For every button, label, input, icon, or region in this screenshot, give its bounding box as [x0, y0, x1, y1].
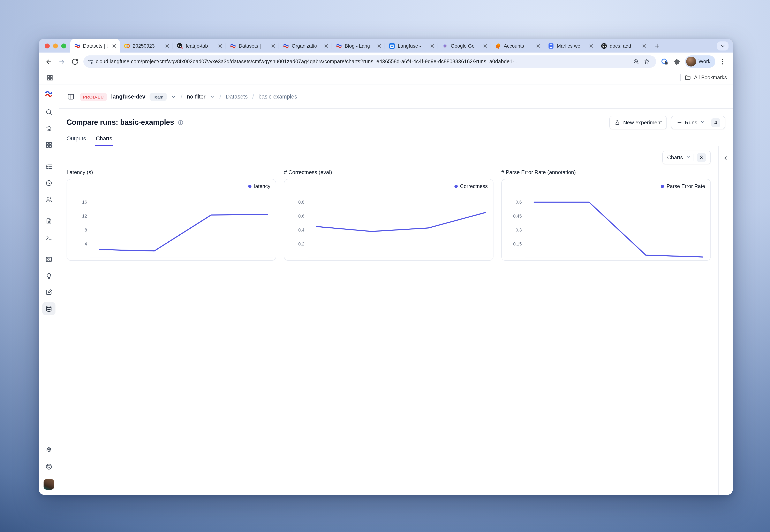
sidebar-item-tracing[interactable]	[42, 160, 55, 173]
runs-dropdown-button[interactable]: Runs 4	[671, 116, 725, 129]
chart-card[interactable]: 0.60.450.30.15Parse Error Rate	[501, 179, 711, 261]
bookmark-star-icon[interactable]	[642, 56, 652, 67]
back-button[interactable]	[42, 55, 55, 68]
url-text[interactable]: cloud.langfuse.com/project/cmfwgv8fx002o…	[96, 59, 631, 64]
project-chevron-down-icon[interactable]	[210, 94, 215, 99]
minimize-window-button[interactable]	[53, 43, 58, 48]
close-tab-icon[interactable]	[323, 43, 329, 49]
legend-dot-icon	[248, 185, 252, 188]
browser-tab[interactable]: Accounts |	[491, 39, 544, 53]
svg-text:0.15: 0.15	[513, 241, 522, 247]
breadcrumb-separator: /	[252, 93, 254, 100]
app-header: PROD-EU langfuse-dev Team / no-filter / …	[59, 85, 733, 109]
close-tab-icon[interactable]	[111, 43, 117, 49]
password-manager-icon[interactable]	[659, 56, 670, 67]
tab-title: Datasets |	[239, 43, 268, 49]
close-tab-icon[interactable]	[376, 43, 382, 49]
settings-icon	[45, 447, 53, 454]
close-tab-icon[interactable]	[270, 43, 276, 49]
apps-grid-icon[interactable]	[45, 73, 55, 83]
langfuse-app: PROD-EU langfuse-dev Team / no-filter / …	[39, 85, 733, 495]
browser-tab[interactable]: Datasets |	[226, 39, 279, 53]
tab-title: Organizatio	[292, 43, 321, 49]
button-divider	[694, 154, 694, 161]
browser-menu-kebab-icon[interactable]	[716, 55, 729, 68]
sidebar-item-settings[interactable]	[42, 444, 55, 457]
svg-text:0.6: 0.6	[516, 199, 522, 205]
reload-button[interactable]	[69, 55, 81, 68]
close-tab-icon[interactable]	[535, 43, 541, 49]
tab-list-chevron-button[interactable]	[717, 41, 729, 50]
chart-legend: Correctness	[454, 183, 488, 189]
sidebar-toggle-icon[interactable]	[66, 92, 76, 102]
close-tab-icon[interactable]	[164, 43, 170, 49]
svg-text:0.45: 0.45	[513, 213, 522, 219]
browser-tab[interactable]: Datasets | L	[70, 39, 120, 53]
maximize-window-button[interactable]	[61, 43, 66, 48]
sidebar-item-users[interactable]	[42, 193, 55, 206]
environment-badge[interactable]: PROD-EU	[80, 93, 107, 101]
close-tab-icon[interactable]	[429, 43, 435, 49]
annotation-icon	[45, 289, 53, 296]
breadcrumb-dataset-name[interactable]: basic-examples	[259, 94, 297, 100]
site-settings-icon[interactable]	[85, 57, 96, 66]
browser-tab[interactable]: docs: add	[597, 39, 650, 53]
charts-dropdown-button[interactable]: Charts 3	[662, 151, 711, 164]
close-tab-icon[interactable]	[589, 43, 594, 49]
org-chevron-down-icon[interactable]	[171, 94, 176, 99]
all-bookmarks-button[interactable]: All Bookmarks	[685, 74, 727, 81]
sidebar-item-search[interactable]	[42, 105, 55, 119]
sidebar-item-playground[interactable]	[42, 231, 55, 244]
langfuse-favicon	[74, 42, 80, 49]
close-tab-icon[interactable]	[482, 43, 488, 49]
chart-card[interactable]: 0.80.60.40.2Correctness	[284, 179, 493, 261]
browser-tab[interactable]: Google Ge	[438, 39, 491, 53]
close-window-button[interactable]	[45, 43, 50, 48]
browser-tab[interactable]: Organizatio	[279, 39, 332, 53]
chart-card[interactable]: 161284latency	[67, 179, 276, 261]
sidebar-item-evaluation[interactable]	[42, 253, 55, 266]
user-avatar[interactable]	[44, 479, 54, 490]
svg-text:8: 8	[85, 227, 87, 233]
chart-column: # Parse Error Rate (annotation)0.60.450.…	[501, 169, 711, 261]
forward-button[interactable]	[55, 55, 68, 68]
sidebar-item-sessions[interactable]	[42, 177, 55, 190]
sidebar-item-datasets[interactable]	[42, 302, 55, 315]
sidebar-item-annotation[interactable]	[42, 286, 55, 299]
browser-tab[interactable]: Blog - Lang	[332, 39, 385, 53]
tab-outputs[interactable]: Outputs	[67, 135, 86, 146]
browser-tab[interactable]: Marlies we	[544, 39, 597, 53]
legend-dot-icon	[454, 185, 457, 188]
breadcrumb-datasets-link[interactable]: Datasets	[226, 94, 248, 100]
sidebar-item-insights[interactable]	[42, 269, 55, 282]
browser-profile-chip[interactable]: Work	[685, 55, 715, 68]
close-tab-icon[interactable]	[218, 43, 223, 49]
browser-tab[interactable]: feat(io-tab	[173, 39, 226, 53]
sidebar-item-home[interactable]	[42, 122, 55, 135]
collapse-panel-chevron-left-icon[interactable]	[721, 154, 730, 163]
breadcrumb-org[interactable]: langfuse-dev	[111, 94, 145, 100]
sidebar-item-support[interactable]	[42, 460, 55, 473]
info-icon[interactable]	[177, 119, 183, 126]
tab-charts[interactable]: Charts	[96, 135, 112, 146]
desktop-wallpaper: Datasets | L20250923feat(io-tabDatasets …	[0, 0, 770, 532]
browser-tab[interactable]: 6Langfuse -	[385, 39, 438, 53]
breadcrumb-project[interactable]: no-filter	[187, 94, 206, 100]
new-tab-button[interactable]	[652, 41, 662, 51]
sidebar-item-dashboards[interactable]	[42, 138, 55, 151]
langfuse-logo[interactable]	[44, 89, 53, 99]
tab-title: 20250923	[133, 43, 162, 49]
address-bar[interactable]: cloud.langfuse.com/project/cmfwgv8fx002o…	[83, 55, 656, 68]
close-tab-icon[interactable]	[642, 43, 647, 49]
zoom-page-icon[interactable]	[631, 56, 642, 67]
gemini-favicon	[442, 42, 448, 49]
browser-tab[interactable]: 20250923	[120, 39, 173, 53]
sidebar-item-prompts[interactable]	[42, 215, 55, 228]
extensions-puzzle-icon[interactable]	[671, 56, 683, 67]
org-plan-badge: Team	[149, 93, 166, 101]
tab-title: docs: add	[610, 43, 639, 49]
tab-title: Google Ge	[451, 43, 480, 49]
svg-text:0.6: 0.6	[298, 213, 305, 219]
new-experiment-button[interactable]: New experiment	[609, 116, 667, 129]
svg-text:4: 4	[85, 241, 87, 247]
